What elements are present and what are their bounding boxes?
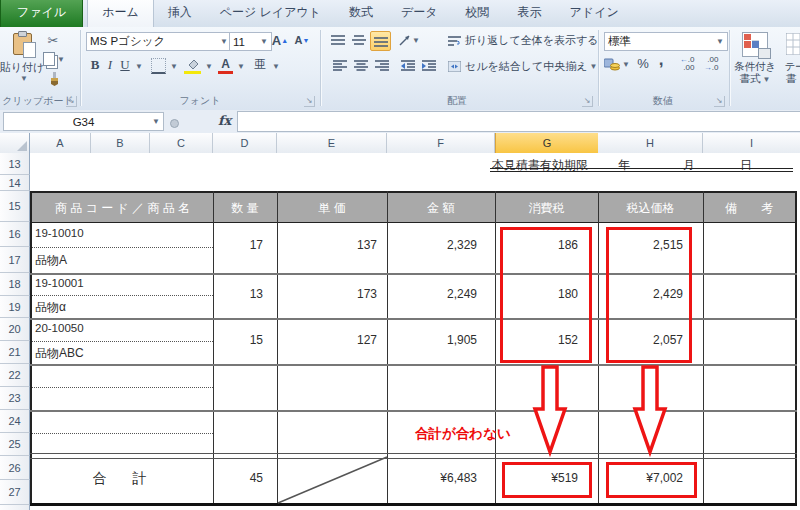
tab-review[interactable]: 校閲 [452,0,504,27]
row-header-22[interactable]: 22 [0,364,30,387]
row-header-24[interactable]: 24 [0,410,30,433]
tab-file[interactable]: ファイル [0,0,83,27]
align-top-button[interactable] [328,31,347,49]
increase-decimal-button[interactable]: ←.0 .00 [676,55,698,73]
borders-dropdown-arrow[interactable]: ▼ [170,62,178,71]
column-header-a[interactable]: A [30,133,91,154]
wrap-text-button[interactable]: 折り返して全体を表示する [448,32,599,48]
paste-button-label[interactable]: 貼り付け [0,60,44,75]
bold-button[interactable]: B [88,57,102,73]
tab-data[interactable]: データ [387,0,452,27]
annotation-totals-mismatch[interactable]: 合計が合わない [415,425,511,443]
font-name-combo[interactable]: MS Pゴシック▼ [86,32,232,51]
align-center-button[interactable] [351,57,370,73]
italic-button[interactable]: I [104,57,116,73]
tab-home[interactable]: ホーム [87,0,154,27]
column-header-i[interactable]: I [703,133,800,154]
column-header-f[interactable]: F [387,133,495,154]
coins-icon [604,58,620,72]
align-right-button[interactable] [372,57,391,73]
format-painter-button[interactable] [46,71,62,87]
font-dialog-launcher[interactable]: ↘ [304,96,315,107]
row-header-17[interactable]: 17 [0,247,30,273]
row-header-15[interactable]: 15 [0,191,30,222]
row-header-18[interactable]: 18 [0,273,30,296]
red-highlight-box-tax-total[interactable] [502,462,592,498]
borders-button[interactable] [150,58,166,73]
percent-style-button[interactable]: % [634,55,652,72]
row-header-25[interactable]: 25 [0,433,30,456]
row-header-13[interactable]: 13 [0,153,30,175]
orientation-button[interactable]: ▼ [398,31,420,49]
cut-button[interactable]: ✂ [44,32,62,48]
decrease-indent-button[interactable] [398,57,417,73]
cell-area: 本見積書有効期限 年 月 日 [30,153,800,510]
shrink-font-button[interactable]: A▼ [292,31,312,49]
format-as-table-icon [786,33,800,55]
row-header-20[interactable]: 20 [0,318,30,341]
column-header-h[interactable]: H [598,133,703,154]
number-format-value: 標準 [608,34,631,49]
number-dialog-launcher[interactable]: ↘ [714,96,725,107]
decrease-decimal-button[interactable]: .00 →.0 [700,55,722,73]
red-down-arrow-tax-included[interactable] [635,367,665,452]
format-as-table-button[interactable] [786,30,800,58]
row-header-27[interactable]: 27 [0,480,30,505]
conditional-formatting-button[interactable] [740,30,770,58]
paste-button[interactable] [6,32,38,56]
format-as-table-label2: 書 [780,72,800,86]
row-header-21[interactable]: 21 [0,341,30,364]
fill-color-button[interactable] [184,57,201,74]
underline-button[interactable]: U [118,57,132,73]
row-header-19[interactable]: 19 [0,296,30,318]
accounting-format-button[interactable]: ▼ [604,56,630,73]
column-header-b[interactable]: B [91,133,150,154]
font-name-value: MS Pゴシック [90,34,165,49]
insert-function-button[interactable]: fx [218,113,231,128]
copy-button[interactable]: ▼ [42,51,66,67]
tab-view[interactable]: 表示 [504,0,556,27]
align-left-button[interactable] [330,57,349,73]
row-header-23[interactable]: 23 [0,387,30,410]
row-header-26[interactable]: 26 [0,456,30,480]
red-highlight-box-tax-column[interactable] [500,227,592,363]
number-format-combo[interactable]: 標準▼ [604,32,728,51]
red-down-arrow-tax[interactable] [535,367,565,452]
comma-style-button[interactable]: , [654,51,668,68]
row-header-14[interactable]: 14 [0,175,30,191]
phonetic-dropdown-arrow[interactable]: ▼ [272,62,280,71]
font-color-button[interactable]: A [218,56,233,74]
name-box[interactable]: G34 ▼ [3,112,164,131]
formula-bar-handle[interactable] [170,119,179,128]
align-bottom-button[interactable] [370,31,391,51]
column-header-g-active[interactable]: G [495,133,599,154]
red-highlight-box-tax-included-total[interactable] [606,462,697,498]
grow-font-button[interactable]: A▲ [270,31,290,49]
fill-color-dropdown-arrow[interactable]: ▼ [205,62,213,71]
ribbon-tab-bar: ファイル ホーム 挿入 ページ レイアウト 数式 データ 校閲 表示 アドイン [0,0,800,27]
increase-indent-button[interactable] [419,57,438,73]
formula-input[interactable] [237,111,800,132]
tab-page-layout[interactable]: ページ レイアウト [206,0,335,27]
column-header-c[interactable]: C [150,133,213,154]
row-header-16[interactable]: 16 [0,222,30,247]
font-size-combo[interactable]: 11▼ [229,32,272,51]
align-middle-button[interactable] [349,31,368,49]
alignment-dialog-launcher[interactable]: ↘ [582,96,593,107]
column-header-e[interactable]: E [277,133,387,154]
underline-dropdown-arrow[interactable]: ▼ [135,62,143,71]
tab-formulas[interactable]: 数式 [335,0,387,27]
phonetic-button[interactable]: 亜 [252,56,268,72]
red-highlight-box-tax-included-column[interactable] [606,227,692,363]
tab-addins[interactable]: アドイン [556,0,633,27]
name-box-dropdown-arrow[interactable]: ▼ [152,117,160,126]
column-header-d[interactable]: D [213,133,277,154]
decrease-indent-icon [401,59,415,71]
merge-center-button[interactable]: セルを結合して中央揃え ▼ [448,58,597,74]
excel-window: ファイル ホーム 挿入 ページ レイアウト 数式 データ 校閲 表示 アドイン … [0,0,800,510]
font-color-dropdown-arrow[interactable]: ▼ [237,62,245,71]
tab-insert[interactable]: 挿入 [154,0,206,27]
paste-dropdown-arrow[interactable]: ▼ [20,74,28,83]
select-all-corner[interactable] [0,133,30,154]
clipboard-dialog-launcher[interactable]: ↘ [66,96,77,107]
